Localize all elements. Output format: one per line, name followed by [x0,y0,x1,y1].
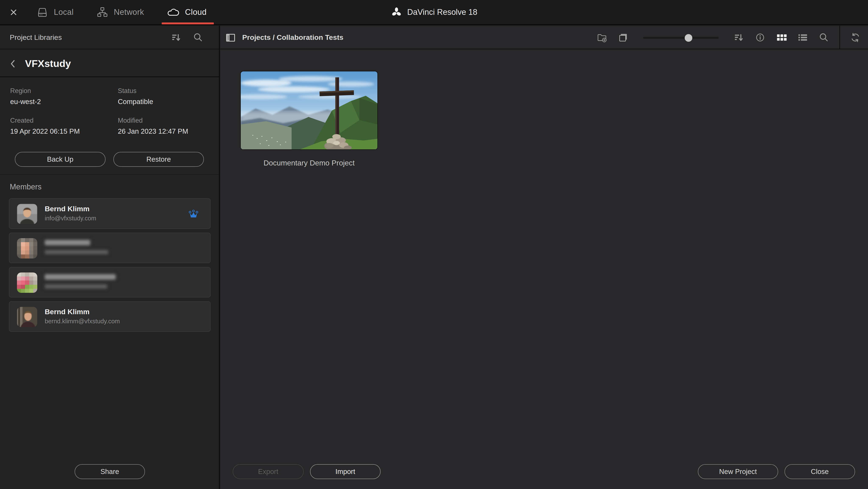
project-card-documentary-demo[interactable]: Documentary Demo Project [241,71,377,167]
member-row-bernd-klimm[interactable]: Bernd Klimm bernd.klimm@vfxstudy.com [9,301,211,332]
projects-toolbar [596,26,868,50]
member-row-redacted-1[interactable] [9,233,211,263]
library-info: Region eu-west-2 Status Compatible Creat… [0,87,219,135]
active-tab-underline [162,23,214,24]
member-name: Bernd Klimm [45,205,90,213]
redacted-name [45,240,90,246]
project-manager-window: Local Network [0,0,868,489]
members-divider [0,174,219,175]
project-search-button[interactable] [818,32,829,43]
grid-view-button[interactable] [776,32,787,43]
panel-toggle-button[interactable] [225,32,236,43]
window-title-text: DaVinci Resolve 18 [407,8,477,17]
projects-header: Projects / Collaboration Tests [220,26,868,50]
library-name: VFXstudy [25,58,71,69]
left-panel-header: Project Libraries [0,26,219,50]
member-email: bernd.klimm@vfxstudy.com [45,318,120,325]
close-icon [9,8,18,17]
list-view-icon [797,32,808,43]
tab-local[interactable]: Local [36,0,73,24]
library-sort-button[interactable] [171,32,182,43]
project-info-button[interactable] [755,32,766,43]
drive-icon [36,6,48,18]
close-window-button[interactable] [8,6,20,18]
grid-view-icon [776,32,787,43]
member-email: info@vfxstudy.com [45,215,96,222]
share-button[interactable]: Share [74,464,145,479]
avatar [17,204,37,224]
member-row-bernd-klimm-owner[interactable]: Bernd Klimm info@vfxstudy.com [9,198,211,229]
search-icon [818,32,829,43]
sort-icon [734,32,744,43]
avatar-pixelated [17,238,37,259]
close-button[interactable]: Close [784,464,855,479]
sort-icon [171,32,182,43]
members-title: Members [10,183,41,191]
members-list: Bernd Klimm info@vfxstudy.com [9,198,211,336]
redacted-name [45,274,116,280]
field-created: Created 19 Apr 2022 06:15 PM [10,117,118,135]
breadcrumb: Projects / Collaboration Tests [242,33,343,41]
restore-button[interactable]: Restore [113,152,204,167]
import-button[interactable]: Import [310,464,381,479]
tab-network-label: Network [114,8,144,17]
field-modified: Modified 26 Jan 2023 12:47 PM [118,117,219,135]
field-region: Region eu-west-2 [10,87,118,106]
preview-toggle-icon [618,32,629,43]
davinci-logo [391,7,402,18]
top-bar: Local Network [0,0,868,25]
preview-toggle-button[interactable] [618,32,629,43]
zoom-slider-thumb[interactable] [685,34,692,42]
member-row-redacted-2[interactable] [9,267,211,297]
list-view-button[interactable] [797,32,808,43]
network-icon [96,6,108,18]
avatar [17,307,37,327]
cloud-icon [166,6,180,19]
info-icon [755,32,766,43]
new-project-button[interactable]: New Project [698,464,778,479]
new-folder-button[interactable] [596,32,608,43]
chevron-left-icon [9,59,18,68]
project-title: Documentary Demo Project [241,159,377,167]
member-name: Bernd Klimm [45,307,90,316]
left-panel-title: Project Libraries [10,33,62,41]
export-button[interactable]: Export [233,464,304,479]
back-up-button[interactable]: Back Up [15,152,105,167]
avatar-pixelated [17,272,37,293]
refresh-icon [850,32,861,43]
crown-icon [188,209,199,220]
redacted-email [45,250,108,254]
refresh-button[interactable] [850,32,861,43]
library-search-button[interactable] [192,32,204,43]
project-libraries-panel: Project Libraries [0,26,220,489]
tab-cloud-label: Cloud [185,8,207,17]
field-status: Status Compatible [118,87,219,106]
project-sort-button[interactable] [734,32,744,43]
toolbar-divider [839,26,840,50]
library-header: VFXstudy [0,50,219,77]
project-thumbnail[interactable] [241,71,377,150]
tab-network[interactable]: Network [96,0,144,24]
library-back-button[interactable] [8,59,18,69]
thumbnail-zoom-slider[interactable] [643,32,719,43]
redacted-email [45,284,107,289]
zoom-slider-track[interactable] [643,37,719,39]
new-folder-icon [596,32,608,43]
tab-local-label: Local [54,8,73,17]
panel-toggle-icon [225,32,236,43]
projects-panel: Projects / Collaboration Tests [220,26,868,489]
library-actions: Back Up Restore [0,152,219,167]
tab-cloud[interactable]: Cloud [166,0,207,24]
search-icon [192,32,204,43]
